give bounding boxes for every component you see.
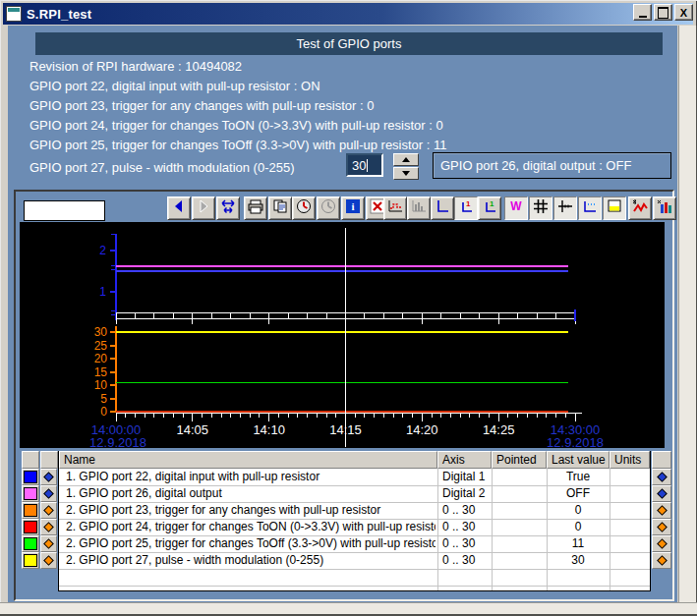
clock-disabled-button[interactable]	[317, 196, 340, 220]
series-color-swatch[interactable]	[22, 469, 39, 485]
clock-disabled-icon	[320, 198, 336, 218]
svg-text:14:10: 14:10	[253, 422, 285, 437]
series-marker-button[interactable]	[40, 535, 57, 552]
series-name[interactable]: 1. GPIO port 26, digital output	[61, 485, 436, 502]
title-bar[interactable]: S.RPI_test	[3, 3, 693, 25]
spinner-down-button[interactable]	[393, 167, 419, 180]
series-marker-button-right[interactable]	[652, 469, 671, 485]
fit-width-button[interactable]	[216, 196, 240, 220]
clock-button[interactable]	[292, 196, 316, 220]
forward-icon	[196, 198, 211, 218]
series-name[interactable]: 1. GPIO port 22, digital input with pull…	[61, 469, 436, 485]
stepped-curve-button[interactable]	[383, 196, 407, 220]
diamond-icon	[656, 521, 668, 533]
series-marker-button-right[interactable]	[652, 552, 671, 569]
signals-table: NameAxisPointedLast valueUnits1. GPIO po…	[22, 451, 671, 592]
series-name[interactable]: 2. GPIO port 27, pulse - width modulatio…	[61, 552, 436, 569]
copy-button[interactable]	[268, 196, 292, 220]
svg-text:14:25: 14:25	[483, 422, 515, 437]
series-color-swatch[interactable]	[22, 485, 39, 502]
units-column-header[interactable]: Units	[610, 451, 650, 469]
trend-chart[interactable]: 2130252015105014:00:0014:0514:1014:1514:…	[20, 222, 665, 448]
toolbar-text-field[interactable]	[24, 200, 105, 221]
color-column-header[interactable]	[22, 451, 39, 469]
series-name[interactable]: 2. GPIO port 23, trigger for any changes…	[61, 502, 436, 519]
stepped-curve-icon	[386, 198, 404, 218]
series-color-swatch[interactable]	[22, 519, 39, 535]
axis-red-1-button[interactable]: 1	[454, 196, 478, 220]
series-color-swatch[interactable]	[22, 535, 39, 552]
series-axis: 0 .. 30	[438, 552, 491, 569]
back-button[interactable]	[167, 196, 191, 220]
pwm-value-input[interactable]: 30	[346, 153, 383, 177]
series-marker-button[interactable]	[40, 519, 57, 535]
histogram-button[interactable]	[407, 196, 431, 220]
series-name[interactable]: 2. GPIO port 25, trigger for changes ToO…	[61, 535, 436, 552]
minimize-button[interactable]	[633, 4, 652, 21]
page-title: Test of GPIO ports	[35, 32, 663, 55]
axis-dots-icon	[581, 198, 599, 218]
series-axis: Digital 1	[438, 469, 491, 485]
color-square	[24, 471, 37, 483]
right-marker-column-header[interactable]	[652, 451, 671, 469]
axis-dots-button[interactable]	[578, 196, 602, 220]
series-marker-button[interactable]	[40, 469, 57, 485]
curves-button[interactable]: W	[504, 196, 528, 220]
spinner-up-button[interactable]	[393, 153, 419, 166]
series-pointed	[493, 469, 546, 485]
maximize-button[interactable]	[654, 4, 672, 21]
series-pointed	[493, 535, 546, 552]
print-button[interactable]	[244, 196, 267, 220]
chart-line-style-button[interactable]	[628, 196, 652, 220]
forward-button[interactable]	[192, 196, 215, 220]
name-column-header[interactable]: Name	[59, 451, 437, 469]
chart-bar-style-button[interactable]	[653, 196, 676, 220]
crosshair-button[interactable]	[553, 196, 577, 220]
axis-plain-button[interactable]	[431, 196, 454, 220]
info-line-revision: Revision of RPI hardware : 10494082	[29, 59, 242, 75]
svg-text:5: 5	[100, 392, 107, 406]
color-square	[24, 554, 37, 567]
diamond-icon	[656, 537, 668, 550]
series-marker-button-right[interactable]	[652, 485, 671, 502]
axis-red-1-icon: 1	[458, 198, 474, 218]
close-icon: X	[680, 7, 687, 20]
last-value-column-header[interactable]: Last value	[547, 451, 610, 469]
series-marker-button[interactable]	[40, 485, 57, 502]
print-icon	[247, 198, 264, 218]
diamond-icon	[42, 471, 55, 483]
clock-icon	[296, 198, 312, 218]
grid-line	[59, 569, 650, 570]
marker-column-header[interactable]	[40, 451, 58, 469]
histogram-icon	[410, 198, 428, 218]
app-window: S.RPI_test X Test of GPIO ports Revision…	[0, 0, 697, 616]
axis-green-1-button[interactable]: 1	[478, 196, 501, 220]
axis-column-header[interactable]: Axis	[437, 451, 492, 469]
svg-text:1: 1	[99, 285, 106, 299]
series-axis: 0 .. 30	[438, 502, 491, 519]
series-marker-button-right[interactable]	[652, 519, 671, 535]
grid-line	[59, 586, 650, 587]
close-button[interactable]: X	[674, 4, 693, 21]
svg-text:10: 10	[94, 378, 108, 392]
fit-width-icon	[219, 198, 237, 218]
info-line-gpio23: GPIO port 23, trigger for any changes wi…	[29, 98, 374, 114]
series-marker-button-right[interactable]	[652, 535, 671, 552]
series-color-swatch[interactable]	[22, 552, 39, 569]
legend-panel-button[interactable]	[603, 196, 626, 220]
series-color-swatch[interactable]	[22, 502, 39, 519]
series-marker-button[interactable]	[40, 552, 57, 569]
grid-button[interactable]	[529, 196, 552, 220]
info-line-gpio27: GPIO port 27, pulse - width modulation (…	[29, 160, 295, 176]
series-marker-button-right[interactable]	[652, 502, 671, 519]
pointed-column-header[interactable]: Pointed	[492, 451, 547, 469]
series-pointed	[493, 519, 546, 535]
series-name[interactable]: 2. GPIO port 24, trigger for changes ToO…	[61, 519, 436, 535]
back-icon	[171, 198, 187, 218]
svg-text:0: 0	[100, 405, 107, 419]
color-square	[24, 521, 37, 533]
svg-text:20: 20	[94, 352, 108, 365]
series-units	[610, 552, 649, 569]
series-marker-button[interactable]	[40, 502, 57, 519]
info-button[interactable]: i	[341, 196, 365, 220]
